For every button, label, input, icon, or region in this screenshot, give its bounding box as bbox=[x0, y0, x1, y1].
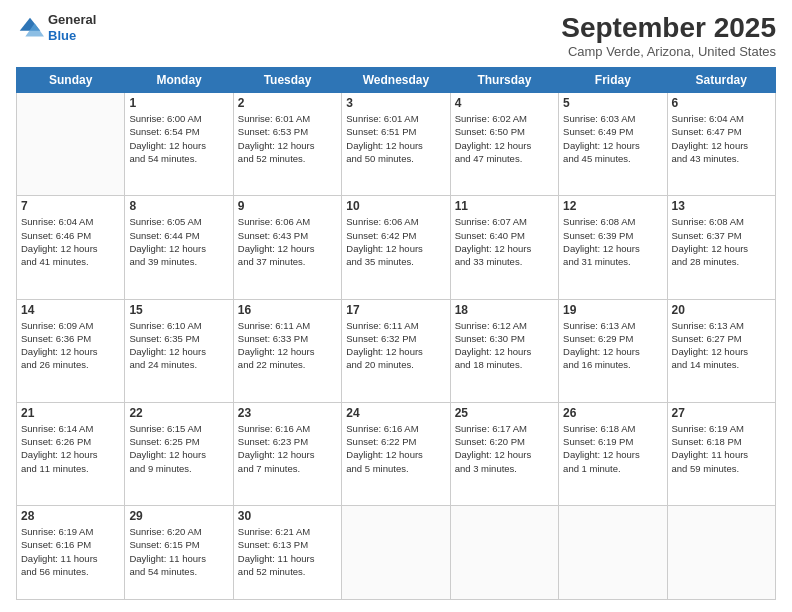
day-info: Sunrise: 6:18 AM Sunset: 6:19 PM Dayligh… bbox=[563, 422, 662, 475]
day-number: 24 bbox=[346, 406, 445, 420]
calendar-week-row: 21Sunrise: 6:14 AM Sunset: 6:26 PM Dayli… bbox=[17, 402, 776, 505]
day-info: Sunrise: 6:01 AM Sunset: 6:53 PM Dayligh… bbox=[238, 112, 337, 165]
table-row: 12Sunrise: 6:08 AM Sunset: 6:39 PM Dayli… bbox=[559, 196, 667, 299]
table-row bbox=[559, 506, 667, 600]
page: General Blue September 2025 Camp Verde, … bbox=[0, 0, 792, 612]
table-row: 1Sunrise: 6:00 AM Sunset: 6:54 PM Daylig… bbox=[125, 93, 233, 196]
day-info: Sunrise: 6:00 AM Sunset: 6:54 PM Dayligh… bbox=[129, 112, 228, 165]
logo: General Blue bbox=[16, 12, 96, 43]
day-info: Sunrise: 6:06 AM Sunset: 6:43 PM Dayligh… bbox=[238, 215, 337, 268]
table-row: 15Sunrise: 6:10 AM Sunset: 6:35 PM Dayli… bbox=[125, 299, 233, 402]
table-row: 3Sunrise: 6:01 AM Sunset: 6:51 PM Daylig… bbox=[342, 93, 450, 196]
table-row: 17Sunrise: 6:11 AM Sunset: 6:32 PM Dayli… bbox=[342, 299, 450, 402]
day-info: Sunrise: 6:03 AM Sunset: 6:49 PM Dayligh… bbox=[563, 112, 662, 165]
month-year-title: September 2025 bbox=[561, 12, 776, 44]
day-number: 2 bbox=[238, 96, 337, 110]
day-info: Sunrise: 6:01 AM Sunset: 6:51 PM Dayligh… bbox=[346, 112, 445, 165]
day-info: Sunrise: 6:11 AM Sunset: 6:33 PM Dayligh… bbox=[238, 319, 337, 372]
table-row bbox=[450, 506, 558, 600]
day-number: 3 bbox=[346, 96, 445, 110]
day-number: 11 bbox=[455, 199, 554, 213]
header-monday: Monday bbox=[125, 68, 233, 93]
header-tuesday: Tuesday bbox=[233, 68, 341, 93]
calendar-table: Sunday Monday Tuesday Wednesday Thursday… bbox=[16, 67, 776, 600]
day-number: 7 bbox=[21, 199, 120, 213]
day-info: Sunrise: 6:02 AM Sunset: 6:50 PM Dayligh… bbox=[455, 112, 554, 165]
day-number: 29 bbox=[129, 509, 228, 523]
day-info: Sunrise: 6:20 AM Sunset: 6:15 PM Dayligh… bbox=[129, 525, 228, 578]
table-row: 11Sunrise: 6:07 AM Sunset: 6:40 PM Dayli… bbox=[450, 196, 558, 299]
location-subtitle: Camp Verde, Arizona, United States bbox=[561, 44, 776, 59]
day-info: Sunrise: 6:17 AM Sunset: 6:20 PM Dayligh… bbox=[455, 422, 554, 475]
table-row: 30Sunrise: 6:21 AM Sunset: 6:13 PM Dayli… bbox=[233, 506, 341, 600]
day-info: Sunrise: 6:16 AM Sunset: 6:23 PM Dayligh… bbox=[238, 422, 337, 475]
day-info: Sunrise: 6:12 AM Sunset: 6:30 PM Dayligh… bbox=[455, 319, 554, 372]
weekday-header-row: Sunday Monday Tuesday Wednesday Thursday… bbox=[17, 68, 776, 93]
day-number: 1 bbox=[129, 96, 228, 110]
day-number: 17 bbox=[346, 303, 445, 317]
logo-blue: Blue bbox=[48, 28, 96, 44]
day-info: Sunrise: 6:16 AM Sunset: 6:22 PM Dayligh… bbox=[346, 422, 445, 475]
calendar-week-row: 1Sunrise: 6:00 AM Sunset: 6:54 PM Daylig… bbox=[17, 93, 776, 196]
table-row bbox=[17, 93, 125, 196]
header-sunday: Sunday bbox=[17, 68, 125, 93]
day-number: 19 bbox=[563, 303, 662, 317]
table-row bbox=[667, 506, 775, 600]
day-number: 10 bbox=[346, 199, 445, 213]
day-number: 4 bbox=[455, 96, 554, 110]
logo-icon bbox=[16, 14, 44, 42]
day-number: 28 bbox=[21, 509, 120, 523]
day-number: 5 bbox=[563, 96, 662, 110]
day-number: 14 bbox=[21, 303, 120, 317]
table-row: 25Sunrise: 6:17 AM Sunset: 6:20 PM Dayli… bbox=[450, 402, 558, 505]
day-info: Sunrise: 6:04 AM Sunset: 6:46 PM Dayligh… bbox=[21, 215, 120, 268]
day-number: 25 bbox=[455, 406, 554, 420]
table-row: 20Sunrise: 6:13 AM Sunset: 6:27 PM Dayli… bbox=[667, 299, 775, 402]
table-row: 28Sunrise: 6:19 AM Sunset: 6:16 PM Dayli… bbox=[17, 506, 125, 600]
day-info: Sunrise: 6:15 AM Sunset: 6:25 PM Dayligh… bbox=[129, 422, 228, 475]
table-row: 26Sunrise: 6:18 AM Sunset: 6:19 PM Dayli… bbox=[559, 402, 667, 505]
title-block: September 2025 Camp Verde, Arizona, Unit… bbox=[561, 12, 776, 59]
day-info: Sunrise: 6:14 AM Sunset: 6:26 PM Dayligh… bbox=[21, 422, 120, 475]
header-friday: Friday bbox=[559, 68, 667, 93]
day-info: Sunrise: 6:13 AM Sunset: 6:27 PM Dayligh… bbox=[672, 319, 771, 372]
day-number: 13 bbox=[672, 199, 771, 213]
header-wednesday: Wednesday bbox=[342, 68, 450, 93]
day-number: 9 bbox=[238, 199, 337, 213]
day-number: 15 bbox=[129, 303, 228, 317]
table-row: 2Sunrise: 6:01 AM Sunset: 6:53 PM Daylig… bbox=[233, 93, 341, 196]
table-row: 10Sunrise: 6:06 AM Sunset: 6:42 PM Dayli… bbox=[342, 196, 450, 299]
table-row bbox=[342, 506, 450, 600]
day-info: Sunrise: 6:10 AM Sunset: 6:35 PM Dayligh… bbox=[129, 319, 228, 372]
table-row: 27Sunrise: 6:19 AM Sunset: 6:18 PM Dayli… bbox=[667, 402, 775, 505]
calendar-week-row: 28Sunrise: 6:19 AM Sunset: 6:16 PM Dayli… bbox=[17, 506, 776, 600]
day-number: 12 bbox=[563, 199, 662, 213]
table-row: 21Sunrise: 6:14 AM Sunset: 6:26 PM Dayli… bbox=[17, 402, 125, 505]
table-row: 5Sunrise: 6:03 AM Sunset: 6:49 PM Daylig… bbox=[559, 93, 667, 196]
day-info: Sunrise: 6:21 AM Sunset: 6:13 PM Dayligh… bbox=[238, 525, 337, 578]
logo-general: General bbox=[48, 12, 96, 28]
table-row: 13Sunrise: 6:08 AM Sunset: 6:37 PM Dayli… bbox=[667, 196, 775, 299]
day-info: Sunrise: 6:19 AM Sunset: 6:16 PM Dayligh… bbox=[21, 525, 120, 578]
day-info: Sunrise: 6:13 AM Sunset: 6:29 PM Dayligh… bbox=[563, 319, 662, 372]
table-row: 29Sunrise: 6:20 AM Sunset: 6:15 PM Dayli… bbox=[125, 506, 233, 600]
day-info: Sunrise: 6:06 AM Sunset: 6:42 PM Dayligh… bbox=[346, 215, 445, 268]
day-number: 21 bbox=[21, 406, 120, 420]
day-info: Sunrise: 6:11 AM Sunset: 6:32 PM Dayligh… bbox=[346, 319, 445, 372]
table-row: 23Sunrise: 6:16 AM Sunset: 6:23 PM Dayli… bbox=[233, 402, 341, 505]
calendar-week-row: 14Sunrise: 6:09 AM Sunset: 6:36 PM Dayli… bbox=[17, 299, 776, 402]
table-row: 16Sunrise: 6:11 AM Sunset: 6:33 PM Dayli… bbox=[233, 299, 341, 402]
day-info: Sunrise: 6:08 AM Sunset: 6:39 PM Dayligh… bbox=[563, 215, 662, 268]
day-number: 8 bbox=[129, 199, 228, 213]
header: General Blue September 2025 Camp Verde, … bbox=[16, 12, 776, 59]
table-row: 8Sunrise: 6:05 AM Sunset: 6:44 PM Daylig… bbox=[125, 196, 233, 299]
day-info: Sunrise: 6:05 AM Sunset: 6:44 PM Dayligh… bbox=[129, 215, 228, 268]
day-number: 30 bbox=[238, 509, 337, 523]
table-row: 18Sunrise: 6:12 AM Sunset: 6:30 PM Dayli… bbox=[450, 299, 558, 402]
table-row: 7Sunrise: 6:04 AM Sunset: 6:46 PM Daylig… bbox=[17, 196, 125, 299]
day-number: 22 bbox=[129, 406, 228, 420]
table-row: 6Sunrise: 6:04 AM Sunset: 6:47 PM Daylig… bbox=[667, 93, 775, 196]
calendar-week-row: 7Sunrise: 6:04 AM Sunset: 6:46 PM Daylig… bbox=[17, 196, 776, 299]
table-row: 19Sunrise: 6:13 AM Sunset: 6:29 PM Dayli… bbox=[559, 299, 667, 402]
header-thursday: Thursday bbox=[450, 68, 558, 93]
